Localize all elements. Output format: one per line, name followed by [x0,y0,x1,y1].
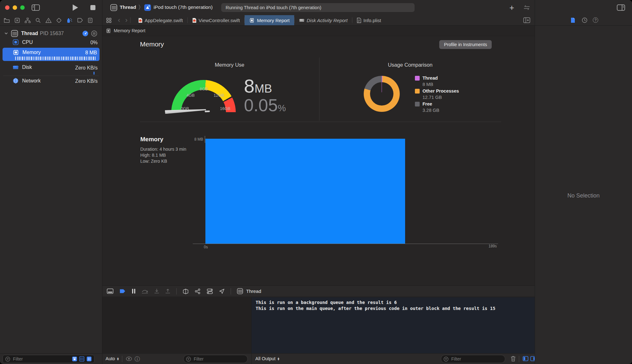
close-button[interactable] [5,5,9,10]
tab-disk-activity[interactable]: Disk Activity Report [295,15,352,25]
gauge-tick-8: 8GB [200,87,208,91]
overrides-icon[interactable] [207,288,213,294]
disclosure-chevron-icon[interactable] [4,32,8,35]
legend-swatch-thread [415,76,420,81]
variables-bottom-bar: Auto▲▼ ⓘ [102,353,251,364]
variables-pane[interactable] [102,297,251,353]
gauge-tick-4: 4GB [186,93,195,98]
memory-chip-icon [106,28,111,33]
sidebar-row-cpu[interactable]: CPU [0,39,102,46]
inspector-toggle-icon[interactable] [617,4,625,11]
step-into-icon[interactable] [154,288,159,294]
legend-value-thread: 8 MB [422,82,433,87]
popup-arrows-icon: ▲▼ [117,357,119,361]
app-grid-icon[interactable] [110,4,117,11]
console-pane[interactable]: This is run on a background queue and th… [252,297,535,353]
tests-icon[interactable] [56,18,62,23]
network-globe-icon [12,77,19,84]
search-icon[interactable] [35,18,41,23]
info-circle-icon[interactable]: ⓘ [135,355,140,363]
tab-viewcontroller[interactable]: ViewController.swift [188,15,245,25]
profile-in-instruments-button[interactable]: Profile in Instruments [439,40,492,49]
flag-filter-icon[interactable] [72,356,77,361]
history-inspector-icon[interactable] [582,17,587,23]
gauge-tick-12: 12GB [214,93,224,98]
scheme-name[interactable]: Thread [120,4,136,10]
project-icon[interactable] [4,18,10,23]
memory-report-content: Memory Profile in Instruments Memory Use… [102,36,535,285]
legend-swatch-free [415,102,420,106]
view-hierarchy-icon[interactable] [183,288,189,294]
filter-funnel-icon [5,357,10,361]
network-value: Zero KB/s [75,78,98,84]
y-axis-tick [205,136,205,143]
memory-area-plot[interactable] [205,139,405,244]
tab-info-plist[interactable]: Info.plist [352,15,386,25]
sidebar-row-memory[interactable]: Memory 8 MB [3,48,100,61]
output-scope-select[interactable]: All Output▲▼ [255,356,280,361]
app-grid-icon [237,288,243,294]
breadcrumb-bar: Memory Report [102,26,535,36]
minimize-button[interactable] [13,5,17,10]
issues-icon[interactable] [46,18,52,23]
percent-sign: % [278,103,286,113]
trash-icon[interactable] [511,356,516,362]
memory-value: 8 MB [85,50,97,56]
file-inspector-icon[interactable] [571,17,575,23]
chart-stat-high: High: 8.1 MB [140,152,166,158]
variables-filter-input[interactable] [193,356,245,362]
device-app-icon[interactable] [144,4,151,11]
titlebar-seam [102,0,102,15]
reports-icon[interactable] [88,18,93,23]
console-filter-input[interactable] [451,356,502,362]
legend-label-thread: Thread [422,76,438,81]
sidebar-toggle-icon[interactable] [32,4,40,11]
back-icon[interactable]: ‹ [115,15,123,25]
tab-appdelegate[interactable]: AppDelegate.swift [134,15,187,25]
debug-bar: Thread [102,285,535,297]
breakpoints-icon[interactable] [77,18,83,23]
help-inspector-icon[interactable]: ? [593,17,598,23]
eye-icon[interactable] [126,356,132,361]
source-control-icon[interactable] [15,18,20,23]
memory-graph-icon[interactable] [195,288,201,294]
zoom-button[interactable] [20,5,25,10]
console-bottom-bar: All Output▲▼ [252,353,535,364]
forward-icon[interactable]: › [123,15,130,25]
variables-scope-select[interactable]: Auto▲▼ [106,356,119,361]
panel-left-icon[interactable] [523,356,528,361]
memory-use-value: 8 MB 0.05 % [244,75,317,115]
step-over-icon[interactable] [142,289,148,294]
chart-heading: Memory [140,136,163,143]
pause-icon[interactable] [132,288,136,294]
tab-overview-icon[interactable] [102,15,115,25]
app-grid-icon [11,30,18,37]
tab-memory-report[interactable]: Memory Report [245,15,294,25]
location-icon[interactable] [219,288,225,294]
process-name[interactable]: Thread [21,31,38,36]
y-axis-label: 8 MB [186,137,203,142]
usage-donut [364,76,400,112]
memory-filter-icon[interactable] [79,356,84,361]
inspector-strip: ? [535,15,632,26]
debug-process-label[interactable]: Thread [246,288,261,294]
titlebar: Thread 〉 iPod touch (7th generation) Run… [0,0,632,15]
play-button[interactable] [73,4,78,11]
swap-arrows-icon[interactable] [522,4,532,11]
debug-spray-icon[interactable] [66,17,72,23]
recent-filter-icon[interactable] [87,356,92,361]
profile-gauge-icon[interactable] [82,30,88,37]
breakpoints-flag-icon[interactable] [119,289,126,294]
x-axis-end: 189s [489,244,497,248]
stop-button[interactable] [90,5,95,10]
gauge-needle-hub [205,111,210,112]
split-editor-icon[interactable] [519,15,535,25]
memory-rings-icon[interactable] [91,30,97,37]
add-tab-icon[interactable]: + [509,3,514,13]
sidebar-filter-input[interactable] [12,356,70,362]
symbols-icon[interactable] [25,18,31,23]
step-out-icon[interactable] [165,288,170,294]
run-destination[interactable]: iPod touch (7th generation) [154,4,213,10]
console-toggle-icon[interactable] [107,288,113,294]
breadcrumb[interactable]: Memory Report [114,28,145,33]
